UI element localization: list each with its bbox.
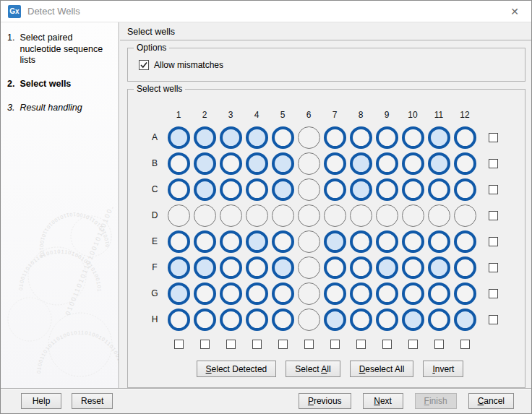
- well-B9[interactable]: [376, 152, 398, 175]
- well-A5[interactable]: [272, 126, 294, 149]
- well-A7[interactable]: [324, 126, 346, 149]
- well-H1[interactable]: [168, 309, 190, 331]
- well-F5[interactable]: [272, 256, 294, 279]
- well-A11[interactable]: [428, 126, 450, 149]
- allow-mismatches-checkbox[interactable]: [139, 60, 149, 70]
- previous-button[interactable]: Previous: [299, 393, 351, 409]
- column-checkbox-10[interactable]: [408, 340, 418, 349]
- well-C7[interactable]: [324, 178, 346, 201]
- select-all-button[interactable]: Select All: [286, 361, 340, 377]
- well-G8[interactable]: [350, 283, 372, 305]
- well-E6[interactable]: [298, 230, 320, 253]
- well-H4[interactable]: [246, 309, 268, 331]
- well-C8[interactable]: [350, 178, 372, 201]
- row-checkbox-E[interactable]: [489, 237, 498, 246]
- well-C11[interactable]: [428, 178, 450, 201]
- well-H6[interactable]: [298, 309, 320, 331]
- well-D8[interactable]: [350, 204, 372, 227]
- well-H2[interactable]: [194, 309, 216, 331]
- well-E7[interactable]: [324, 230, 346, 253]
- well-A12[interactable]: [454, 126, 476, 149]
- row-checkbox-F[interactable]: [489, 263, 498, 272]
- well-F3[interactable]: [220, 256, 242, 279]
- well-H9[interactable]: [376, 309, 398, 331]
- well-D2[interactable]: [194, 204, 216, 227]
- column-checkbox-2[interactable]: [200, 340, 210, 349]
- well-B1[interactable]: [168, 152, 190, 175]
- well-A9[interactable]: [376, 126, 398, 149]
- column-checkbox-4[interactable]: [252, 340, 262, 349]
- close-icon[interactable]: ✕: [507, 4, 523, 20]
- well-H3[interactable]: [220, 309, 242, 331]
- cancel-button[interactable]: Cancel: [468, 393, 514, 409]
- well-H12[interactable]: [454, 309, 476, 331]
- column-checkbox-1[interactable]: [174, 340, 184, 349]
- well-C1[interactable]: [168, 178, 190, 201]
- row-checkbox-G[interactable]: [489, 289, 498, 298]
- column-checkbox-6[interactable]: [304, 340, 314, 349]
- well-B7[interactable]: [324, 152, 346, 175]
- well-C4[interactable]: [246, 178, 268, 201]
- row-checkbox-H[interactable]: [489, 315, 498, 324]
- row-checkbox-B[interactable]: [489, 159, 498, 168]
- well-D1[interactable]: [168, 204, 190, 227]
- well-B5[interactable]: [272, 152, 294, 175]
- well-H8[interactable]: [350, 309, 372, 331]
- help-button[interactable]: Help: [21, 393, 61, 409]
- well-H5[interactable]: [272, 309, 294, 331]
- well-B3[interactable]: [220, 152, 242, 175]
- well-A8[interactable]: [350, 126, 372, 149]
- well-H11[interactable]: [428, 309, 450, 331]
- well-G7[interactable]: [324, 283, 346, 305]
- well-E3[interactable]: [220, 230, 242, 253]
- well-A10[interactable]: [402, 126, 424, 149]
- well-D6[interactable]: [298, 204, 320, 227]
- well-F11[interactable]: [428, 256, 450, 279]
- well-G4[interactable]: [246, 283, 268, 305]
- well-F1[interactable]: [168, 256, 190, 279]
- select-detected-button[interactable]: Select Detected: [197, 361, 277, 377]
- well-A2[interactable]: [194, 126, 216, 149]
- column-checkbox-8[interactable]: [356, 340, 366, 349]
- well-C3[interactable]: [220, 178, 242, 201]
- well-C6[interactable]: [298, 178, 320, 201]
- well-E4[interactable]: [246, 230, 268, 253]
- well-G5[interactable]: [272, 283, 294, 305]
- well-D7[interactable]: [324, 204, 346, 227]
- reset-button[interactable]: Reset: [72, 393, 113, 409]
- well-G6[interactable]: [298, 283, 320, 305]
- well-B8[interactable]: [350, 152, 372, 175]
- well-F2[interactable]: [194, 256, 216, 279]
- well-D9[interactable]: [376, 204, 398, 227]
- well-E10[interactable]: [402, 230, 424, 253]
- well-D10[interactable]: [402, 204, 424, 227]
- well-E1[interactable]: [168, 230, 190, 253]
- invert-button[interactable]: Invert: [423, 361, 463, 377]
- well-B12[interactable]: [454, 152, 476, 175]
- well-C2[interactable]: [194, 178, 216, 201]
- well-B6[interactable]: [298, 152, 320, 175]
- row-checkbox-A[interactable]: [489, 133, 498, 142]
- well-F6[interactable]: [298, 256, 320, 279]
- well-A4[interactable]: [246, 126, 268, 149]
- well-F12[interactable]: [454, 256, 476, 279]
- well-E8[interactable]: [350, 230, 372, 253]
- well-E2[interactable]: [194, 230, 216, 253]
- well-G1[interactable]: [168, 283, 190, 305]
- column-checkbox-5[interactable]: [278, 340, 288, 349]
- well-F8[interactable]: [350, 256, 372, 279]
- well-A3[interactable]: [220, 126, 242, 149]
- well-C12[interactable]: [454, 178, 476, 201]
- well-E11[interactable]: [428, 230, 450, 253]
- well-E5[interactable]: [272, 230, 294, 253]
- well-G9[interactable]: [376, 283, 398, 305]
- well-G11[interactable]: [428, 283, 450, 305]
- well-E12[interactable]: [454, 230, 476, 253]
- well-F7[interactable]: [324, 256, 346, 279]
- well-D4[interactable]: [246, 204, 268, 227]
- column-checkbox-12[interactable]: [460, 340, 470, 349]
- well-B2[interactable]: [194, 152, 216, 175]
- well-H10[interactable]: [402, 309, 424, 331]
- well-D5[interactable]: [272, 204, 294, 227]
- well-D3[interactable]: [220, 204, 242, 227]
